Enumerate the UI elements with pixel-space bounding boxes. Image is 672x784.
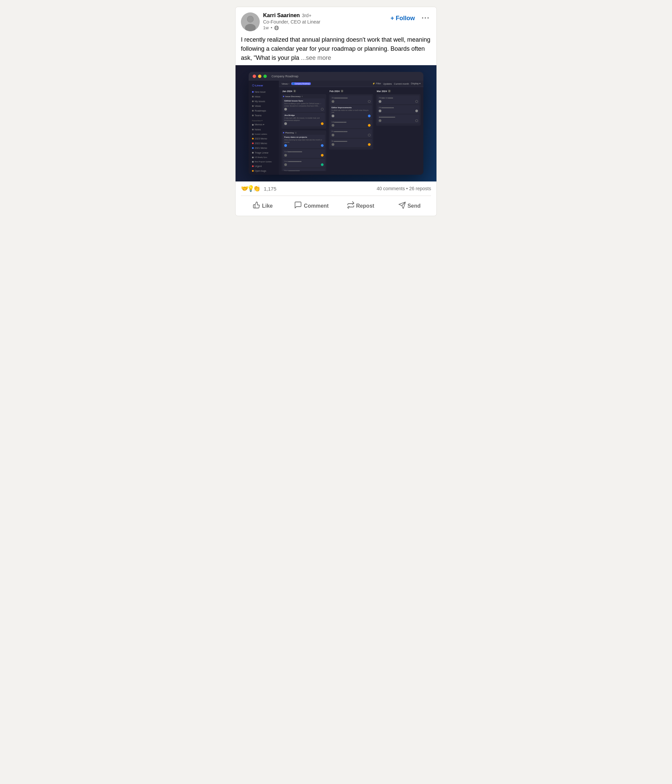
card-title-jira: Jira Bridge (284, 114, 324, 116)
post-meta: 1w • (263, 25, 386, 30)
avatar-container (241, 12, 260, 31)
section-header-issue-discovery: Issue Discovery 4 (283, 95, 325, 98)
column-header-jan: Jan 2024 6 (282, 90, 326, 92)
sidebar-item-urgent[interactable]: Urgent (250, 164, 277, 168)
sidebar-item-asks[interactable]: Asks (250, 173, 277, 175)
card-desc-github: We're building a sync system for GitHub … (284, 103, 324, 107)
sidebar-item-new-issue[interactable]: New issue (250, 90, 277, 94)
sidebar-item-views[interactable]: Views (250, 104, 277, 108)
reaction-emojis: 🤝 💡 👏 (241, 185, 259, 192)
toolbar-updates[interactable]: Updates (383, 82, 392, 85)
more-options-button[interactable]: ··· (420, 12, 431, 24)
card-avatar-pro (331, 134, 334, 137)
window-title: Company Roadmap (272, 75, 419, 78)
toolbar-display[interactable]: Display ▾ (411, 82, 421, 85)
card-desc-fuzzy: Allow planning by large date intervals l… (284, 139, 324, 143)
traffic-light-maximize[interactable] (263, 75, 267, 78)
card-footer-cons (284, 163, 324, 166)
kanban-card-fuzzy: Fuzzy dates on projects Allow planning b… (283, 135, 325, 148)
traffic-light-minimize[interactable] (258, 75, 261, 78)
sidebar-item-notes[interactable]: Notes (250, 128, 277, 132)
traffic-light-close[interactable] (253, 75, 256, 78)
card-footer-ric (331, 143, 371, 146)
card-desc-mar-2: Allo■■■■■■■■■■■■ (379, 107, 418, 109)
sidebar-item-triage[interactable]: Triage Linear (250, 151, 277, 155)
toolbar-filter[interactable]: ⚡ Filter (372, 82, 381, 85)
send-button[interactable]: Send (385, 197, 434, 215)
card-footer-feb-1 (331, 100, 371, 103)
section-mar: Allo■■■ star■■■■■ Allo■■■■■■■■■■■■ (376, 94, 421, 126)
globe-icon (274, 25, 279, 30)
author-name[interactable]: Karri Saarinen (263, 12, 300, 19)
main-toolbar: Views › 🟦 Company Roadmap ⚡ Filter Updat… (279, 81, 423, 87)
card-desc-ric: Ric■■■■■■■■■■■■■ (331, 140, 371, 143)
reaction-right[interactable]: 40 comments • 26 reposts (376, 186, 431, 191)
card-desc-pro: Pro■■■■■■■■■■■■■ (331, 131, 371, 133)
action-bar: Like Comment Repost (235, 196, 437, 216)
window-titlebar: Company Roadmap (249, 72, 423, 81)
kanban-container: Jan 2024 6 Issue Discovery 4 (279, 87, 423, 171)
section-feb: Allo■■■■■■■■■■■■■ Editor Improvements (329, 94, 373, 149)
card-avatar-fuzzy (284, 144, 287, 147)
sidebar-logo: ⬡ Linear (250, 83, 277, 88)
app-window: Company Roadmap ⬡ Linear New issue Inbox (249, 72, 423, 175)
sidebar-item-memos[interactable]: Memos ▾ (250, 122, 277, 127)
reactions-row: 🤝 💡 👏 1,175 40 comments • 26 reposts (235, 182, 437, 196)
sidebar-item-2022[interactable]: 2022 Memo (250, 141, 277, 146)
sidebar: ⬡ Linear New issue Inbox My issues (249, 81, 279, 175)
like-button[interactable]: Like (238, 197, 287, 215)
toolbar-current-month[interactable]: Current month (394, 82, 409, 85)
card-status-initi (368, 124, 370, 127)
column-header-mar: Mar 2024 2 (376, 90, 421, 92)
see-more-link[interactable]: ...see more (301, 54, 331, 61)
kanban-card-github: GitHub Issues Sync We're building a sync… (283, 98, 325, 112)
sidebar-item-2021[interactable]: 2021 Memo (250, 146, 277, 150)
follow-button[interactable]: + Follow (389, 14, 416, 23)
kanban-card-cons: Cons■■■■■■■■■■■■■ (283, 159, 325, 168)
card-status-cons (321, 163, 324, 166)
sidebar-item-us-weekly[interactable]: US Weekly Sync (250, 155, 277, 159)
column-label-feb: Feb 2024 (330, 90, 340, 92)
card-footer-github (284, 108, 324, 110)
post-text: I recently realized that annual planning… (235, 31, 437, 65)
card-footer-mar-1 (379, 100, 418, 103)
kanban-card-conf: Conf■■■■■■■■■■■■■■ (283, 149, 325, 158)
column-header-feb: Feb 2024 6 (329, 90, 373, 92)
kanban-column-mar: Mar 2024 2 Allo■■■ star■■■■■ (376, 90, 421, 168)
card-avatar-feb-1 (331, 100, 334, 103)
card-desc-editor: In which we make our editor a much nicer… (331, 109, 371, 114)
sidebar-item-2023[interactable]: 2023 Memo (250, 137, 277, 141)
card-footer-jira (284, 122, 324, 125)
card-desc-conf: Conf■■■■■■■■■■■■■■ (284, 151, 324, 153)
card-status-editor (368, 115, 370, 117)
card-avatar-jira (284, 122, 287, 125)
repost-icon (347, 201, 354, 210)
reposts-count[interactable]: 26 reposts (409, 186, 431, 191)
column-count-feb: 6 (341, 90, 344, 92)
reaction-count[interactable]: 1,175 (264, 186, 277, 191)
comment-label: Comment (304, 203, 328, 209)
kanban-card-mar-1: Allo■■■ star■■■■■ (377, 95, 419, 104)
repost-button[interactable]: Repost (336, 197, 385, 215)
comment-button[interactable]: Comment (287, 197, 336, 215)
card-desc-cons: Cons■■■■■■■■■■■■■ (284, 160, 324, 163)
sidebar-item-roadmaps[interactable]: Roadmaps (250, 109, 277, 113)
section-issue-discovery: Issue Discovery 4 GitHub Issues Sync We'… (282, 94, 326, 129)
column-label-jan: Jan 2024 (282, 90, 292, 92)
sidebar-item-my-issues[interactable]: My issues (250, 99, 277, 104)
card-desc-feb-1: Allo■■■■■■■■■■■■■ (331, 97, 371, 99)
column-count-jan: 6 (293, 90, 296, 92)
card-desc-mar-3: ■■■■■■■■■■■■■■■■ (379, 116, 418, 118)
kanban-card-ric: Ric■■■■■■■■■■■■■ (330, 139, 372, 148)
card-footer-editor (331, 115, 371, 117)
sidebar-item-beta[interactable]: Beta Program Updates (250, 160, 277, 164)
card-status-github (321, 108, 324, 110)
sidebar-item-inbox[interactable]: Inbox (250, 95, 277, 99)
app-screenshot: Company Roadmap ⬡ Linear New issue Inbox (235, 65, 437, 182)
sidebar-item-open-bugs[interactable]: Open bugs (250, 169, 277, 173)
sidebar-item-investor[interactable]: Investor updates (250, 132, 277, 136)
svg-point-3 (247, 16, 254, 22)
main-content: Views › 🟦 Company Roadmap ⚡ Filter Updat… (279, 81, 423, 175)
comments-count[interactable]: 40 comments (376, 186, 405, 191)
sidebar-item-teams[interactable]: Teams (250, 113, 277, 118)
